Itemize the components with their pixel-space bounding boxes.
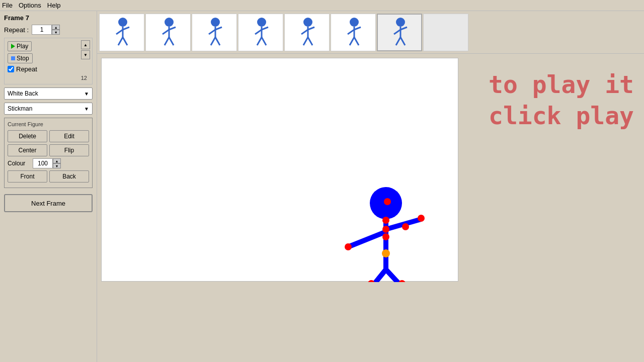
frame-thumb-2[interactable] [145, 14, 191, 51]
delete-button[interactable]: Delete [8, 130, 47, 142]
drawing-canvas[interactable] [101, 58, 458, 282]
svg-point-50 [382, 249, 390, 257]
svg-line-15 [215, 27, 222, 30]
svg-line-41 [400, 37, 405, 45]
svg-point-53 [418, 215, 425, 222]
repeat-spin-down[interactable]: ▼ [52, 30, 60, 35]
chevron-down-icon: ▼ [84, 106, 89, 112]
play-button[interactable]: Play [8, 41, 32, 51]
colour-spin-up[interactable]: ▲ [53, 158, 61, 163]
main-layout: Frame 7 Repeat : ▲ ▼ ▲ ▼ Play [0, 11, 644, 362]
svg-line-23 [262, 37, 266, 45]
svg-line-29 [308, 37, 312, 45]
svg-line-10 [165, 37, 169, 45]
svg-point-24 [303, 18, 312, 27]
svg-line-39 [400, 27, 407, 30]
svg-line-28 [303, 37, 308, 45]
svg-line-33 [354, 27, 361, 30]
repeat-input[interactable] [32, 25, 52, 35]
svg-line-17 [215, 37, 220, 45]
stop-icon [11, 56, 15, 60]
svg-line-21 [262, 27, 268, 30]
hint-text: to play it click play [489, 69, 634, 132]
center-button[interactable]: Center [8, 144, 47, 156]
background-label: White Back [8, 90, 38, 97]
figure-label: Stickman [8, 105, 32, 112]
repeat-spinbox-buttons: ▲ ▼ [52, 25, 60, 35]
svg-point-51 [382, 226, 389, 233]
menu-file[interactable]: File [2, 2, 13, 9]
repeat-spinbox: ▲ ▼ [32, 25, 60, 35]
menu-help[interactable]: Help [47, 2, 61, 9]
colour-input[interactable] [33, 158, 53, 168]
menubar: File Options Help [0, 0, 644, 11]
svg-point-6 [165, 18, 174, 27]
svg-point-18 [257, 18, 266, 27]
svg-point-49 [382, 233, 389, 240]
svg-line-44 [348, 232, 386, 247]
chevron-down-icon: ▼ [84, 91, 89, 97]
frame-thumb-3[interactable] [192, 14, 237, 51]
figure-section: Current Figure Delete Edit Center Flip C… [4, 118, 93, 188]
svg-point-12 [211, 18, 220, 27]
frame-strip [97, 11, 644, 54]
repeat-checkbox[interactable] [8, 66, 14, 72]
hint-line1: to play it [489, 69, 634, 100]
stop-label: Stop [17, 55, 29, 62]
svg-line-4 [118, 37, 123, 45]
colour-spinbox: ▲ ▼ [33, 158, 61, 168]
scroll-buttons: ▲ ▼ [81, 40, 90, 59]
svg-line-38 [394, 30, 400, 34]
current-figure-title: Current Figure [8, 121, 89, 127]
center-flip-row: Center Flip [8, 144, 89, 156]
svg-line-14 [209, 30, 215, 34]
svg-line-3 [123, 27, 129, 30]
svg-line-34 [350, 37, 354, 45]
svg-point-0 [118, 18, 127, 27]
svg-line-9 [169, 27, 176, 30]
stop-row: Stop [8, 53, 89, 63]
colour-label: Colour [8, 160, 31, 167]
svg-point-36 [396, 18, 405, 27]
svg-line-27 [308, 27, 314, 30]
play-label: Play [17, 43, 28, 50]
right-area: to play it click play [97, 11, 644, 362]
flip-button[interactable]: Flip [49, 144, 89, 156]
svg-point-52 [345, 243, 352, 250]
colour-spinbox-buttons: ▲ ▼ [53, 158, 61, 168]
svg-line-2 [116, 30, 123, 34]
frame-label: Frame 7 [4, 14, 93, 22]
background-dropdown[interactable]: White Back ▼ [4, 87, 93, 100]
delete-edit-row: Delete Edit [8, 130, 89, 142]
front-back-row: Front Back [8, 170, 89, 183]
back-button[interactable]: Back [49, 170, 89, 183]
svg-point-56 [402, 223, 409, 230]
scroll-up-btn[interactable]: ▲ [81, 40, 90, 49]
frame-thumb-1[interactable] [99, 14, 144, 51]
scroll-down-btn[interactable]: ▼ [81, 50, 90, 59]
fps-label: 12 [8, 75, 89, 81]
svg-line-22 [257, 37, 262, 45]
frame-thumb-7[interactable] [377, 14, 422, 51]
menu-options[interactable]: Options [19, 2, 41, 9]
figure-dropdown[interactable]: Stickman ▼ [4, 103, 93, 115]
svg-point-48 [382, 217, 389, 224]
frame-thumb-empty[interactable] [423, 14, 468, 51]
stop-button[interactable]: Stop [8, 53, 33, 63]
svg-point-42 [384, 198, 391, 205]
svg-line-32 [348, 30, 354, 34]
play-icon [11, 44, 15, 49]
repeat-spin-up[interactable]: ▲ [52, 25, 60, 30]
svg-line-16 [211, 37, 215, 45]
edit-button[interactable]: Edit [49, 130, 89, 142]
repeat-row: Repeat : ▲ ▼ [4, 25, 93, 35]
colour-spin-down[interactable]: ▼ [53, 163, 61, 168]
frame-thumb-5[interactable] [284, 14, 330, 51]
front-button[interactable]: Front [8, 170, 47, 183]
next-frame-button[interactable]: Next Frame [4, 194, 93, 212]
playback-section: ▲ ▼ Play Stop Repeat 12 [4, 38, 93, 84]
left-panel: Frame 7 Repeat : ▲ ▼ ▲ ▼ Play [0, 11, 97, 362]
frame-thumb-6[interactable] [331, 14, 376, 51]
colour-row: Colour ▲ ▼ [8, 158, 89, 168]
frame-thumb-4[interactable] [238, 14, 283, 51]
